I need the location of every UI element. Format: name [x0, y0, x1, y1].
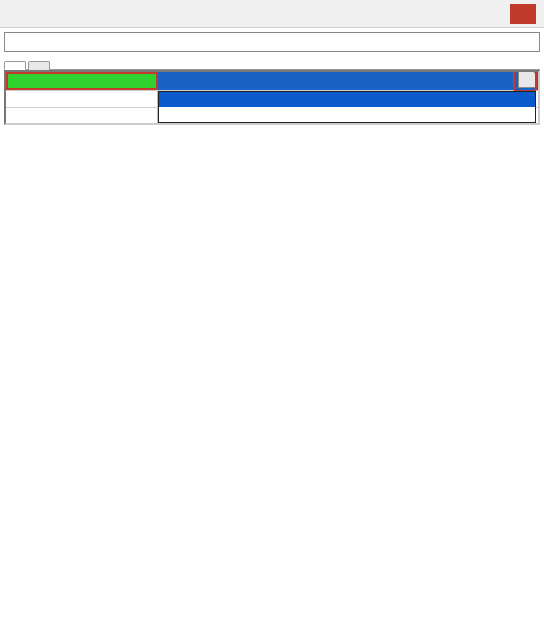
property-name [6, 108, 158, 124]
dropdown-option-true[interactable] [159, 92, 535, 107]
tab-alphabetic[interactable] [4, 61, 26, 70]
tab-bar [4, 60, 540, 70]
dropdown-option-false[interactable] [159, 107, 535, 122]
tab-categorized[interactable] [28, 61, 50, 70]
dropdown-list[interactable] [158, 91, 536, 123]
property-grid [4, 70, 540, 125]
property-value-editor[interactable] [158, 72, 538, 90]
close-button[interactable] [510, 4, 536, 24]
property-name [6, 91, 158, 107]
titlebar [0, 0, 544, 28]
dropdown-button[interactable] [518, 71, 536, 88]
property-name [6, 72, 158, 90]
object-selector[interactable] [4, 32, 540, 52]
property-row-checkbox[interactable] [6, 72, 538, 91]
